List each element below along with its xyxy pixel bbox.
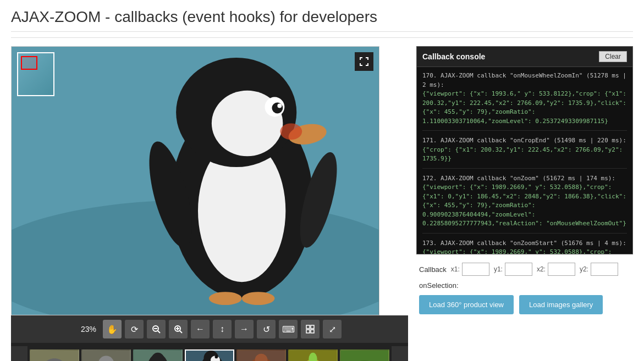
callback-label: Callback	[419, 265, 447, 274]
log-entry-171: 171. AJAX-ZOOM callback "onCropEnd" (514…	[422, 136, 627, 169]
log-header-172: 172. AJAX-ZOOM callback "onZoom" (51672 …	[422, 174, 627, 184]
main-content: 23% ✋ ⟳	[11, 46, 633, 361]
reset-button[interactable]: ↺	[257, 320, 276, 338]
zoom-image[interactable]	[12, 47, 379, 315]
x1-input[interactable]	[462, 263, 489, 276]
log-header-170: 170. AJAX-ZOOM callback "onMouseWheelZoo…	[422, 71, 627, 90]
x2-label: x2:	[537, 265, 546, 273]
svg-point-8	[272, 103, 283, 114]
svg-point-14	[242, 292, 275, 305]
log-data-173: {"viewport": {"x": 1989.2669," y": 532.0…	[422, 248, 627, 254]
thumb-rhino-icon	[31, 351, 78, 361]
y1-label: y1:	[494, 265, 503, 273]
coord-x1-group: x1:	[451, 263, 489, 276]
console-box: Callback console Clear 170. AJAX-ZOOM ca…	[416, 46, 633, 254]
load-product-view-button[interactable]: Load 360° product view	[419, 295, 514, 314]
x1-label: x1:	[451, 265, 460, 273]
thumb-bird2-icon	[238, 351, 285, 361]
y2-input[interactable]	[591, 263, 618, 276]
pan-tool-button[interactable]: ✋	[103, 320, 122, 338]
form-row-selection: onSelection:	[419, 281, 630, 290]
thumbnail-strip: ‹	[11, 343, 408, 361]
thumb-flower-icon	[289, 351, 337, 361]
load-gallery-button[interactable]: Load images gallery	[519, 295, 603, 314]
coord-y2-group: y2:	[580, 263, 618, 276]
pan-left-button[interactable]: ←	[191, 320, 210, 338]
y2-label: y2:	[580, 265, 588, 273]
svg-point-13	[209, 292, 242, 305]
svg-rect-25	[311, 330, 314, 333]
clear-button[interactable]: Clear	[599, 51, 627, 62]
svg-point-10	[280, 123, 302, 140]
callback-section: Callback console Clear 170. AJAX-ZOOM ca…	[416, 46, 633, 361]
log-data-171: {"crop": {"x1": 200.32,"y1": 222.45,"x2"…	[422, 146, 627, 164]
svg-rect-22	[306, 325, 310, 329]
view-mode-icon	[306, 325, 315, 334]
thumbnail-item-7[interactable]	[340, 349, 389, 361]
view-mode-button[interactable]	[301, 320, 320, 338]
console-title: Callback console	[422, 52, 485, 61]
x2-input[interactable]	[548, 263, 575, 276]
coord-y1-group: y1:	[494, 263, 532, 276]
zoom-out-button[interactable]	[147, 320, 166, 338]
zoom-section: 23% ✋ ⟳	[11, 46, 408, 361]
log-entry-172: 172. AJAX-ZOOM callback "onZoom" (51672 …	[422, 174, 627, 234]
thumb-next-button[interactable]: ›	[392, 346, 408, 361]
minimap[interactable]	[17, 52, 54, 96]
zoom-in-button[interactable]	[169, 320, 188, 338]
minimap-inner	[18, 53, 53, 95]
log-entry-173: 173. AJAX-ZOOM callback "onZoomStart" (5…	[422, 239, 627, 254]
on-selection-label: onSelection:	[419, 281, 459, 290]
console-content[interactable]: 170. AJAX-ZOOM callback "onMouseWheelZoo…	[417, 67, 632, 254]
zoom-out-icon	[152, 325, 161, 334]
action-buttons: Load 360° product view Load images galle…	[419, 295, 630, 314]
log-header-171: 171. AJAX-ZOOM callback "onCropEnd" (514…	[422, 136, 627, 146]
log-data-172: {"viewport": {"x": 1989.2669," y": 532.0…	[422, 183, 627, 229]
thumbnail-item-2[interactable]	[81, 349, 131, 361]
thumb-lizard-icon	[341, 351, 388, 361]
thumb-penguin2-icon	[134, 351, 181, 361]
zoom-container[interactable]	[11, 46, 379, 315]
pan-right-button[interactable]: →	[235, 320, 254, 338]
thumbnail-item-3[interactable]	[133, 349, 183, 361]
thumbnail-item-6[interactable]	[288, 349, 338, 361]
svg-rect-23	[311, 325, 314, 329]
page-wrapper: AJAX-ZOOM - callbacks (event hooks) for …	[0, 0, 644, 361]
fullscreen-button[interactable]	[355, 52, 373, 71]
callback-form: Callback x1: y1: x2: y2:	[416, 254, 633, 320]
title-divider	[11, 37, 633, 38]
keyboard-button[interactable]: ⌨	[279, 320, 298, 338]
form-row-coords: Callback x1: y1: x2: y2:	[419, 263, 630, 276]
log-entry-170: 170. AJAX-ZOOM callback "onMouseWheelZoo…	[422, 71, 627, 131]
zoom-controls-bar: 23% ✋ ⟳	[11, 315, 408, 343]
thumb-bird-icon	[82, 351, 130, 361]
coord-x2-group: x2:	[537, 263, 575, 276]
svg-point-42	[215, 356, 218, 359]
minimap-selection	[21, 56, 37, 70]
fullscreen-icon	[359, 57, 369, 66]
thumbnail-item-1[interactable]	[30, 349, 79, 361]
thumbnail-item-5[interactable]	[236, 349, 286, 361]
thumb-prev-button[interactable]: ‹	[11, 346, 27, 361]
page-title: AJAX-ZOOM - callbacks (event hooks) for …	[11, 8, 633, 32]
log-data-170: {"viewport": {"x": 1993.6," y": 533.8122…	[422, 90, 627, 126]
thumbnail-item-4[interactable]	[185, 349, 234, 361]
console-header: Callback console Clear	[417, 47, 632, 67]
thumb-penguin-main-icon	[186, 351, 233, 361]
svg-point-9	[277, 104, 282, 108]
pan-up-down-button[interactable]: ↕	[213, 320, 232, 338]
zoom-level: 23%	[78, 325, 100, 334]
svg-line-17	[158, 331, 160, 333]
expand-button[interactable]: ⤢	[323, 320, 342, 338]
svg-line-21	[180, 331, 182, 333]
penguin-illustration	[12, 47, 379, 315]
y1-input[interactable]	[505, 263, 532, 276]
svg-rect-51	[341, 351, 388, 361]
log-header-173: 173. AJAX-ZOOM callback "onZoomStart" (5…	[422, 239, 627, 248]
rotate-button[interactable]: ⟳	[125, 320, 144, 338]
zoom-in-icon	[174, 325, 183, 334]
svg-rect-24	[306, 330, 310, 333]
